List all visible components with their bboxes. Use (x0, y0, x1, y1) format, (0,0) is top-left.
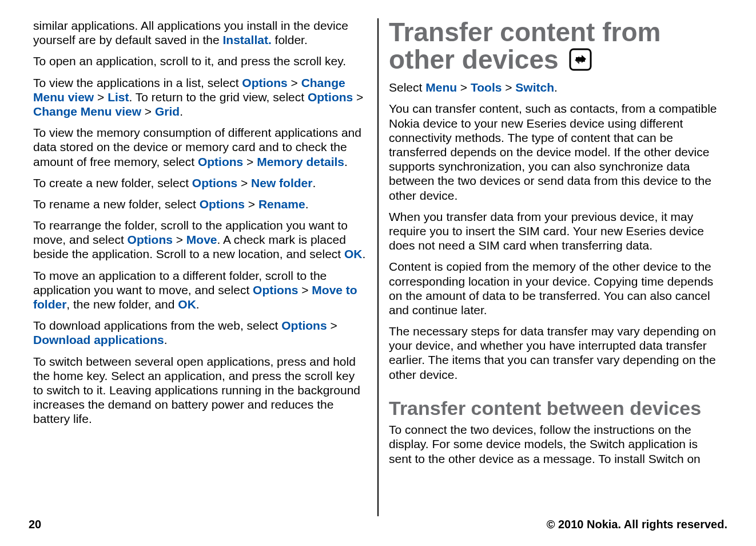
paragraph-view-list: To view the applications in a list, sele… (33, 76, 367, 119)
menu-rename: Rename (258, 197, 305, 211)
paragraph-rename-folder: To rename a new folder, select Options >… (33, 197, 367, 211)
paragraph-steps-vary: The necessary steps for data transfer ma… (389, 324, 723, 382)
menu-download-applications: Download applications (33, 333, 164, 346)
menu-options: Options (192, 176, 237, 189)
menu-switch: Switch (515, 81, 554, 94)
menu-move: Move (186, 233, 217, 246)
paragraph-download-apps: To download applications from the web, s… (33, 318, 367, 347)
paragraph-connect-devices: To connect the two devices, follow the i… (389, 422, 723, 466)
right-column: Transfer content from other devices Sele… (379, 18, 727, 516)
menu-new-folder: New folder (251, 176, 312, 189)
paragraph-new-folder: To create a new folder, select Options >… (33, 176, 367, 190)
paragraph-copy-content: Content is copied from the memory of the… (389, 259, 723, 317)
folder-installat: Installat. (223, 33, 272, 46)
subsection-title-transfer-between: Transfer content between devices (389, 398, 723, 419)
paragraph-open-app: To open an application, scroll to it, an… (33, 54, 367, 68)
paragraph-transfer-overview: You can transfer content, such as contac… (389, 101, 723, 202)
copyright: © 2010 Nokia. All rights reserved. (547, 518, 727, 531)
menu-menu: Menu (425, 81, 457, 94)
paragraph-memory: To view the memory consumption of differ… (33, 125, 367, 169)
menu-options: Options (281, 319, 327, 332)
menu-options: Options (242, 76, 287, 89)
menu-list: List (108, 90, 129, 104)
left-column: similar applications. All applications y… (29, 18, 379, 516)
paragraph-nav-switch: Select Menu > Tools > Switch. (389, 80, 723, 94)
menu-options: Options (253, 283, 298, 296)
menu-memory-details: Memory details (257, 155, 344, 168)
paragraph-rearrange: To rearrange the folder, scroll to the a… (33, 218, 367, 262)
switch-icon (569, 48, 592, 76)
paragraph-sim-card: When you transfer data from your previou… (389, 209, 723, 253)
menu-options: Options (128, 233, 173, 246)
menu-ok: OK (344, 247, 363, 260)
menu-change-menu-view: Change Menu view (33, 105, 141, 118)
menu-options: Options (200, 197, 245, 211)
menu-grid: Grid (155, 105, 180, 118)
page-number: 20 (29, 518, 41, 531)
page-footer: 20 © 2010 Nokia. All rights reserved. (29, 518, 727, 531)
paragraph-switch-apps: To switch between several open applicati… (33, 354, 367, 426)
paragraph-move-to-folder: To move an application to a different fo… (33, 268, 367, 312)
menu-tools: Tools (471, 81, 502, 94)
menu-options: Options (198, 155, 243, 168)
menu-ok: OK (178, 298, 196, 311)
section-title-transfer: Transfer content from other devices (389, 18, 723, 76)
paragraph-install-location: similar applications. All applications y… (33, 18, 367, 47)
menu-options: Options (308, 90, 353, 104)
